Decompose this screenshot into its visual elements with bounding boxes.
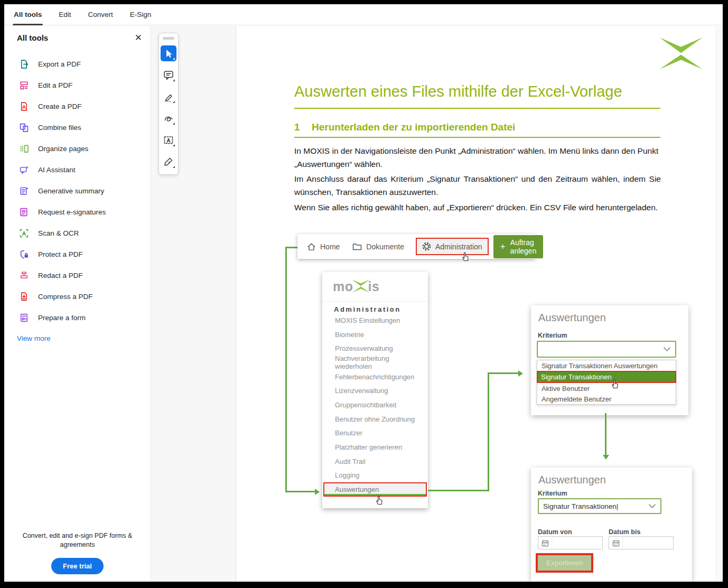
draw-tool-button[interactable]	[161, 110, 176, 126]
sidebar-item-label: Organize pages	[38, 145, 88, 153]
close-icon[interactable]: ✕	[135, 33, 142, 42]
home-icon	[307, 242, 316, 251]
paragraph-3: Wenn Sie alles richtig gewählt haben, au…	[294, 201, 661, 214]
sidebar-item-protect-pdf[interactable]: Protect a PDF	[4, 244, 151, 265]
tool-list: Export a PDF Edit a PDF Create a PDF Com…	[4, 53, 151, 328]
connector-arrowhead	[315, 489, 320, 495]
view-more-link[interactable]: View more	[17, 334, 51, 342]
option-row-highlighted: Signatur Transaktionen	[537, 371, 676, 383]
moxis-x-logo	[659, 38, 703, 69]
kriterium-select-value: Signatur Transaktionen	[543, 502, 617, 510]
sidebar-item-organize-pages[interactable]: Organize pages	[4, 138, 151, 159]
option-row: Signatur Transaktionen Auswertungen	[537, 360, 676, 371]
highlight-tool-button[interactable]	[161, 89, 176, 105]
section-title: Herunterladen der zu importierenden Date…	[312, 122, 515, 133]
quick-toolbar	[158, 33, 179, 175]
sidebar-item-edit-pdf[interactable]: Edit a PDF	[4, 74, 151, 96]
chevron-down-icon	[649, 504, 656, 508]
select-tool-button[interactable]	[161, 45, 176, 61]
tab-edit[interactable]: Edit	[59, 4, 71, 25]
sign-tool-button[interactable]	[161, 154, 176, 170]
option-row: Angemeldete Benutzer	[537, 394, 676, 404]
sidebar-item-ai-assistant[interactable]: AI Assistant	[4, 159, 151, 180]
connector-line	[285, 247, 287, 492]
create-pdf-icon	[19, 101, 29, 111]
combine-files-icon	[19, 123, 29, 133]
sidebar-title: All tools	[17, 33, 48, 42]
sidebar-item-request-esignatures[interactable]: Request e-signatures	[4, 201, 151, 222]
hand-cursor-icon	[461, 251, 470, 262]
paragraph-1: In MOXIS in der Navigationsleiste den Pu…	[294, 144, 661, 171]
tab-convert[interactable]: Convert	[88, 4, 113, 25]
exportieren-highlight-box: Exportieren	[536, 553, 593, 573]
comment-tool-button[interactable]	[161, 67, 176, 83]
heading-rule	[294, 137, 660, 138]
tab-esign[interactable]: E-Sign	[130, 4, 152, 25]
folder-icon	[352, 242, 362, 250]
menu-item: Prozessverwaltung	[322, 341, 428, 356]
moxis-navbar-screenshot: Home Dokumente Administration + Auftrag …	[297, 234, 535, 259]
hand-cursor-icon	[610, 378, 620, 389]
menu-item: Biometrie	[322, 328, 428, 342]
calendar-icon	[538, 537, 552, 549]
text-select-tool-icon	[163, 134, 174, 146]
redact-pdf-icon	[19, 270, 29, 281]
edit-pdf-icon	[19, 80, 29, 90]
nav-auftrag-label: Auftrag anlegen	[510, 238, 537, 255]
exportieren-button: Exportieren	[538, 555, 591, 571]
plus-icon: +	[500, 242, 506, 251]
sidebar-item-prepare-form[interactable]: Prepare a form	[4, 307, 151, 328]
sidebar-item-combine-files[interactable]: Combine files	[4, 117, 151, 138]
section-number: 1	[294, 122, 312, 133]
sign-tool-icon	[163, 156, 174, 167]
moxis-logo-text-right: is	[368, 280, 380, 293]
kriterium-label: Kriterium	[538, 490, 567, 497]
kriterium-select	[537, 341, 676, 358]
gear-icon	[422, 242, 431, 251]
nav-administration-highlighted: Administration	[416, 238, 489, 255]
sidebar-footer: Convert, edit and e-sign PDF forms & agr…	[4, 531, 151, 574]
sidebar-item-label: Combine files	[38, 124, 81, 132]
datum-bis-input	[609, 536, 674, 549]
comment-tool-icon	[163, 69, 174, 81]
protect-pdf-icon	[19, 249, 29, 259]
sidebar-item-redact-pdf[interactable]: Redact a PDF	[4, 265, 151, 286]
sidebar-item-generative-summary[interactable]: Generative summary	[4, 180, 151, 201]
prepare-form-icon	[19, 313, 29, 323]
top-tab-bar: All tools Edit Convert E-Sign	[4, 4, 723, 25]
menu-divider	[322, 301, 428, 302]
menu-item: Gruppensichtbarkeit	[322, 398, 428, 412]
nav-administration-label: Administration	[435, 242, 482, 251]
menu-item: Nachverarbeitung wiederholen	[322, 356, 428, 370]
menu-item-label: Auswertungen	[335, 486, 379, 493]
tab-all-tools[interactable]: All tools	[14, 4, 42, 25]
scan-ocr-icon	[19, 228, 29, 238]
sidebar-item-label: Request e-signatures	[38, 208, 106, 216]
compress-pdf-icon	[19, 292, 29, 302]
text-select-tool-button[interactable]	[161, 132, 176, 148]
panel-title: Auswertungen	[538, 474, 606, 486]
vertical-scrollbar[interactable]	[716, 26, 723, 582]
sidebar-item-export-pdf[interactable]: Export a PDF	[4, 53, 151, 74]
free-trial-button[interactable]: Free trial	[51, 558, 104, 574]
datum-bis-label: Datum bis	[609, 528, 640, 536]
document-title: Auswerten eines Files mithilfe der Excel…	[294, 83, 664, 100]
moxis-logo-text-left: mo	[333, 280, 353, 293]
sidebar-item-scan-ocr[interactable]: Scan & OCR	[4, 222, 151, 244]
sidebar-item-compress-pdf[interactable]: Compress a PDF	[4, 286, 151, 307]
auswertungen-export-screenshot: Auswertungen Kriterium Signatur Transakt…	[531, 468, 692, 582]
paragraph-2: Im Anschluss darauf das Kriterium „Signa…	[294, 172, 661, 199]
acrobat-window: All tools Edit Convert E-Sign All tools …	[4, 4, 723, 582]
auswertungen-dropdown-screenshot: Auswertungen Kriterium Signatur Transakt…	[531, 305, 688, 415]
highlight-tool-icon	[163, 91, 174, 102]
all-tools-sidebar: All tools ✕ Export a PDF Edit a PDF Crea…	[4, 26, 151, 582]
admin-menu-items: MOXIS Einstellungen Biometrie Prozessver…	[322, 313, 428, 497]
toolbar-drag-handle[interactable]	[163, 37, 174, 40]
organize-pages-icon	[19, 144, 29, 154]
sidebar-item-label: Protect a PDF	[38, 250, 83, 258]
title-rule	[294, 108, 660, 109]
menu-item: MOXIS Einstellungen	[322, 313, 428, 328]
ai-assistant-icon	[19, 165, 29, 175]
sidebar-item-create-pdf[interactable]: Create a PDF	[4, 96, 151, 117]
connector-line	[489, 372, 518, 374]
